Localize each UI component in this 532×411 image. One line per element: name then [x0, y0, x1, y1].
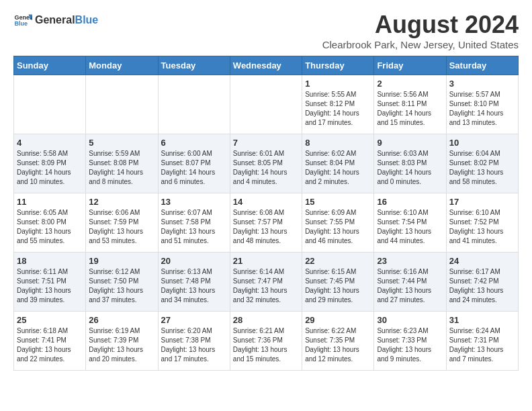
- calendar-cell: 9Sunrise: 6:03 AM Sunset: 8:03 PM Daylig…: [374, 134, 446, 193]
- day-content: Sunrise: 5:59 AM Sunset: 8:08 PM Dayligh…: [89, 149, 154, 187]
- calendar-header: Sunday Monday Tuesday Wednesday Thursday…: [14, 56, 519, 75]
- day-content: Sunrise: 6:24 AM Sunset: 7:31 PM Dayligh…: [449, 326, 515, 364]
- day-number: 30: [377, 315, 443, 325]
- col-wednesday: Wednesday: [230, 56, 302, 75]
- day-content: Sunrise: 6:18 AM Sunset: 7:41 PM Dayligh…: [17, 326, 83, 364]
- calendar-cell: 31Sunrise: 6:24 AM Sunset: 7:31 PM Dayli…: [446, 312, 518, 371]
- calendar-cell: 11Sunrise: 6:05 AM Sunset: 8:00 PM Dayli…: [14, 193, 86, 253]
- calendar-cell: 10Sunrise: 6:04 AM Sunset: 8:02 PM Dayli…: [446, 134, 518, 193]
- day-number: 28: [233, 315, 299, 325]
- day-number: 8: [305, 138, 371, 148]
- day-content: Sunrise: 6:20 AM Sunset: 7:38 PM Dayligh…: [161, 326, 227, 364]
- calendar-cell: 25Sunrise: 6:18 AM Sunset: 7:41 PM Dayli…: [14, 312, 86, 371]
- calendar-cell: 4Sunrise: 5:58 AM Sunset: 8:09 PM Daylig…: [14, 134, 86, 193]
- day-number: 19: [89, 256, 154, 266]
- day-number: 18: [17, 256, 83, 266]
- day-content: Sunrise: 6:08 AM Sunset: 7:57 PM Dayligh…: [233, 208, 299, 246]
- day-number: 11: [17, 197, 83, 207]
- col-sunday: Sunday: [14, 56, 86, 75]
- day-number: 29: [305, 315, 371, 325]
- col-thursday: Thursday: [302, 56, 374, 75]
- calendar-cell: 17Sunrise: 6:10 AM Sunset: 7:52 PM Dayli…: [446, 193, 518, 253]
- day-number: 20: [161, 256, 227, 266]
- day-content: Sunrise: 6:11 AM Sunset: 7:51 PM Dayligh…: [17, 267, 83, 305]
- day-content: Sunrise: 6:15 AM Sunset: 7:45 PM Dayligh…: [305, 267, 371, 305]
- calendar-cell: 14Sunrise: 6:08 AM Sunset: 7:57 PM Dayli…: [230, 193, 302, 253]
- header-row: Sunday Monday Tuesday Wednesday Thursday…: [14, 56, 519, 75]
- calendar-cell: [14, 75, 86, 134]
- day-number: 6: [161, 138, 227, 148]
- calendar-week-4: 18Sunrise: 6:11 AM Sunset: 7:51 PM Dayli…: [14, 253, 519, 312]
- day-number: 24: [449, 256, 515, 266]
- day-content: Sunrise: 6:22 AM Sunset: 7:35 PM Dayligh…: [305, 326, 371, 364]
- calendar-cell: 7Sunrise: 6:01 AM Sunset: 8:05 PM Daylig…: [230, 134, 302, 193]
- calendar-cell: 29Sunrise: 6:22 AM Sunset: 7:35 PM Dayli…: [302, 312, 374, 371]
- calendar-week-1: 1Sunrise: 5:55 AM Sunset: 8:12 PM Daylig…: [14, 75, 519, 134]
- day-content: Sunrise: 6:10 AM Sunset: 7:54 PM Dayligh…: [377, 208, 443, 246]
- calendar-body: 1Sunrise: 5:55 AM Sunset: 8:12 PM Daylig…: [14, 75, 519, 371]
- day-content: Sunrise: 6:14 AM Sunset: 7:47 PM Dayligh…: [233, 267, 299, 305]
- day-number: 10: [449, 138, 515, 148]
- day-number: 23: [377, 256, 443, 266]
- calendar-cell: 30Sunrise: 6:23 AM Sunset: 7:33 PM Dayli…: [374, 312, 446, 371]
- day-number: 15: [305, 197, 371, 207]
- calendar-cell: 1Sunrise: 5:55 AM Sunset: 8:12 PM Daylig…: [302, 75, 374, 134]
- day-number: 14: [233, 197, 299, 207]
- calendar-cell: [158, 75, 230, 134]
- calendar-week-2: 4Sunrise: 5:58 AM Sunset: 8:09 PM Daylig…: [14, 134, 519, 193]
- day-content: Sunrise: 6:01 AM Sunset: 8:05 PM Dayligh…: [233, 149, 299, 187]
- day-number: 16: [377, 197, 443, 207]
- day-content: Sunrise: 6:02 AM Sunset: 8:04 PM Dayligh…: [305, 149, 371, 187]
- title-area: August 2024 Clearbrook Park, New Jersey,…: [322, 11, 519, 50]
- calendar-cell: 23Sunrise: 6:16 AM Sunset: 7:44 PM Dayli…: [374, 253, 446, 312]
- day-number: 31: [449, 315, 515, 325]
- day-content: Sunrise: 5:56 AM Sunset: 8:11 PM Dayligh…: [377, 90, 443, 128]
- calendar-cell: 5Sunrise: 5:59 AM Sunset: 8:08 PM Daylig…: [86, 134, 158, 193]
- calendar-cell: 28Sunrise: 6:21 AM Sunset: 7:36 PM Dayli…: [230, 312, 302, 371]
- calendar-cell: 22Sunrise: 6:15 AM Sunset: 7:45 PM Dayli…: [302, 253, 374, 312]
- calendar-cell: 3Sunrise: 5:57 AM Sunset: 8:10 PM Daylig…: [446, 75, 518, 134]
- calendar-week-5: 25Sunrise: 6:18 AM Sunset: 7:41 PM Dayli…: [14, 312, 519, 371]
- logo-icon: General Blue: [13, 11, 32, 30]
- day-content: Sunrise: 6:13 AM Sunset: 7:48 PM Dayligh…: [161, 267, 227, 305]
- calendar-cell: [230, 75, 302, 134]
- day-number: 22: [305, 256, 371, 266]
- day-content: Sunrise: 5:57 AM Sunset: 8:10 PM Dayligh…: [449, 90, 515, 128]
- day-content: Sunrise: 6:16 AM Sunset: 7:44 PM Dayligh…: [377, 267, 443, 305]
- day-number: 21: [233, 256, 299, 266]
- col-saturday: Saturday: [446, 56, 518, 75]
- day-content: Sunrise: 6:23 AM Sunset: 7:33 PM Dayligh…: [377, 326, 443, 364]
- day-number: 2: [377, 79, 443, 89]
- day-number: 5: [89, 138, 154, 148]
- day-content: Sunrise: 6:03 AM Sunset: 8:03 PM Dayligh…: [377, 149, 443, 187]
- calendar-cell: 20Sunrise: 6:13 AM Sunset: 7:48 PM Dayli…: [158, 253, 230, 312]
- day-content: Sunrise: 6:10 AM Sunset: 7:52 PM Dayligh…: [449, 208, 515, 246]
- day-number: 9: [377, 138, 443, 148]
- calendar-cell: 6Sunrise: 6:00 AM Sunset: 8:07 PM Daylig…: [158, 134, 230, 193]
- day-content: Sunrise: 5:55 AM Sunset: 8:12 PM Dayligh…: [305, 90, 371, 128]
- day-number: 7: [233, 138, 299, 148]
- logo-general-text: General: [35, 14, 75, 26]
- calendar-cell: 18Sunrise: 6:11 AM Sunset: 7:51 PM Dayli…: [14, 253, 86, 312]
- logo: General Blue General Blue: [13, 11, 98, 30]
- day-number: 13: [161, 197, 227, 207]
- calendar-cell: [86, 75, 158, 134]
- day-content: Sunrise: 6:19 AM Sunset: 7:39 PM Dayligh…: [89, 326, 154, 364]
- calendar-cell: 16Sunrise: 6:10 AM Sunset: 7:54 PM Dayli…: [374, 193, 446, 253]
- page-header: General Blue General Blue August 2024 Cl…: [13, 11, 519, 50]
- day-content: Sunrise: 6:21 AM Sunset: 7:36 PM Dayligh…: [233, 326, 299, 364]
- col-tuesday: Tuesday: [158, 56, 230, 75]
- calendar-cell: 19Sunrise: 6:12 AM Sunset: 7:50 PM Dayli…: [86, 253, 158, 312]
- day-number: 25: [17, 315, 83, 325]
- calendar-cell: 15Sunrise: 6:09 AM Sunset: 7:55 PM Dayli…: [302, 193, 374, 253]
- calendar-cell: 8Sunrise: 6:02 AM Sunset: 8:04 PM Daylig…: [302, 134, 374, 193]
- day-number: 27: [161, 315, 227, 325]
- calendar-table: Sunday Monday Tuesday Wednesday Thursday…: [13, 56, 519, 371]
- calendar-cell: 13Sunrise: 6:07 AM Sunset: 7:58 PM Dayli…: [158, 193, 230, 253]
- day-number: 1: [305, 79, 371, 89]
- day-content: Sunrise: 6:05 AM Sunset: 8:00 PM Dayligh…: [17, 208, 83, 246]
- calendar-cell: 24Sunrise: 6:17 AM Sunset: 7:42 PM Dayli…: [446, 253, 518, 312]
- calendar-cell: 21Sunrise: 6:14 AM Sunset: 7:47 PM Dayli…: [230, 253, 302, 312]
- day-number: 26: [89, 315, 154, 325]
- day-number: 3: [449, 79, 515, 89]
